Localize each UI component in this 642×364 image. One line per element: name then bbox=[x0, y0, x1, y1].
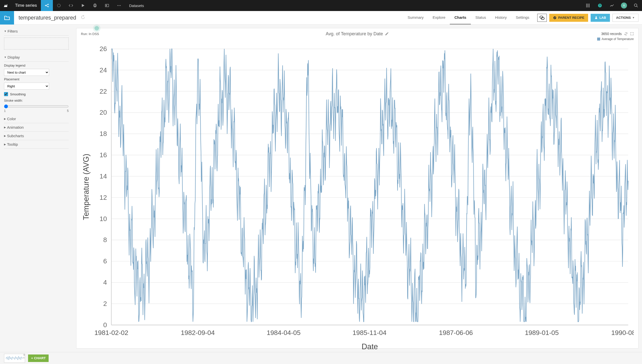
svg-text:22: 22 bbox=[99, 88, 107, 95]
svg-rect-8 bbox=[106, 5, 107, 6]
parent-recipe-button[interactable]: PARENT RECIPE bbox=[549, 14, 588, 22]
smoothing-checkbox[interactable] bbox=[4, 92, 8, 96]
svg-rect-20 bbox=[589, 7, 590, 7]
svg-text:1981-02-02: 1981-02-02 bbox=[94, 329, 128, 336]
svg-rect-14 bbox=[589, 4, 590, 5]
chart-body[interactable]: 024681012141618202224261981-02-021982-09… bbox=[81, 43, 634, 352]
tab-settings[interactable]: Settings bbox=[511, 11, 534, 25]
svg-text:24: 24 bbox=[99, 66, 107, 74]
tab-explore[interactable]: Explore bbox=[428, 11, 450, 25]
svg-text:10: 10 bbox=[99, 215, 107, 223]
svg-text:4: 4 bbox=[103, 279, 107, 286]
dataset-name[interactable]: temperatures_prepared bbox=[14, 15, 81, 21]
section-display[interactable]: ▼ Display bbox=[4, 53, 69, 62]
svg-point-3 bbox=[57, 4, 60, 7]
play-icon[interactable] bbox=[77, 0, 89, 11]
more-icon[interactable] bbox=[113, 0, 125, 11]
section-color-label: Color bbox=[7, 117, 16, 121]
svg-text:6: 6 bbox=[103, 257, 107, 265]
svg-text:1984-04-05: 1984-04-05 bbox=[267, 329, 300, 336]
search-icon[interactable] bbox=[630, 0, 642, 11]
chart-title[interactable]: Avg. of Temperature by Date bbox=[326, 31, 389, 37]
top-nav-bar: Time series Datasets ? A bbox=[0, 0, 642, 11]
svg-text:12: 12 bbox=[99, 194, 107, 201]
section-subcharts-label: Subcharts bbox=[7, 134, 24, 138]
chart-legend: Average of Temperature bbox=[81, 37, 634, 41]
add-chart-label: CHART bbox=[34, 356, 46, 360]
svg-text:2: 2 bbox=[103, 300, 107, 307]
chevron-right-icon: ▶ bbox=[4, 143, 6, 146]
copy-thumbnail-icon[interactable]: ⧉ bbox=[23, 356, 25, 359]
section-animation[interactable]: ▶ Animation bbox=[4, 123, 69, 132]
svg-rect-18 bbox=[586, 7, 587, 7]
svg-text:1989-01-05: 1989-01-05 bbox=[525, 329, 559, 336]
svg-text:?: ? bbox=[599, 4, 601, 7]
legend-entry: Average of Temperature bbox=[602, 37, 634, 41]
print-icon[interactable] bbox=[89, 0, 101, 11]
lab-button[interactable]: LAB bbox=[591, 14, 610, 22]
chevron-right-icon: ▶ bbox=[4, 126, 6, 129]
help-icon[interactable]: ? bbox=[594, 0, 606, 11]
chart-thumbnail[interactable]: 🗑 ⧉ bbox=[4, 354, 25, 363]
project-title[interactable]: Time series bbox=[11, 3, 41, 8]
breadcrumb-datasets[interactable]: Datasets bbox=[125, 4, 148, 8]
tab-status[interactable]: Status bbox=[471, 11, 491, 25]
stroke-width-label: Stroke width: bbox=[4, 99, 69, 102]
actions-label: ACTIONS bbox=[616, 16, 631, 20]
svg-text:26: 26 bbox=[99, 45, 107, 53]
expand-icon[interactable] bbox=[630, 32, 634, 36]
svg-point-23 bbox=[634, 4, 637, 7]
tab-summary[interactable]: Summary bbox=[403, 11, 428, 25]
section-tooltip-label: Tooltip bbox=[7, 142, 18, 146]
stroke-max-label: 5 bbox=[67, 109, 69, 113]
svg-text:Temperature (AVG): Temperature (AVG) bbox=[82, 154, 90, 220]
delete-thumbnail-icon[interactable]: 🗑 bbox=[23, 353, 25, 356]
circle-nodes-icon[interactable] bbox=[53, 0, 65, 11]
section-filters[interactable]: ▼ Filters bbox=[4, 27, 69, 36]
legend-swatch bbox=[597, 38, 600, 41]
code-icon[interactable] bbox=[65, 0, 77, 11]
svg-text:20: 20 bbox=[99, 109, 107, 116]
app-logo[interactable] bbox=[0, 0, 11, 11]
add-chart-button[interactable]: + CHART bbox=[28, 354, 49, 362]
svg-point-9 bbox=[117, 5, 118, 6]
dataset-folder-icon[interactable] bbox=[0, 11, 14, 25]
chart-panel: Run: In DSS Avg. of Temperature by Date … bbox=[76, 28, 638, 348]
chevron-right-icon: ▶ bbox=[4, 117, 6, 120]
display-legend-label: Display legend bbox=[4, 64, 69, 67]
svg-point-10 bbox=[119, 5, 120, 6]
tab-charts[interactable]: Charts bbox=[450, 11, 471, 25]
reload-icon[interactable] bbox=[624, 32, 628, 36]
apps-grid-icon[interactable] bbox=[582, 0, 594, 11]
svg-text:16: 16 bbox=[99, 151, 107, 159]
section-animation-label: Animation bbox=[7, 125, 24, 129]
tab-history[interactable]: History bbox=[491, 11, 511, 25]
parent-recipe-label: PARENT RECIPE bbox=[558, 16, 584, 20]
section-subcharts[interactable]: ▶ Subcharts bbox=[4, 132, 69, 140]
section-display-label: Display bbox=[8, 55, 20, 59]
svg-text:0: 0 bbox=[103, 321, 107, 329]
svg-rect-15 bbox=[586, 5, 587, 6]
refresh-icon[interactable] bbox=[81, 15, 85, 20]
filters-dropzone[interactable] bbox=[4, 38, 69, 50]
placement-select[interactable]: Right bbox=[4, 83, 49, 90]
section-tooltip[interactable]: ▶ Tooltip bbox=[4, 140, 69, 149]
section-filters-label: Filters bbox=[8, 29, 18, 33]
svg-text:8: 8 bbox=[103, 236, 107, 244]
chevron-down-icon: ▼ bbox=[4, 56, 7, 59]
discussion-button[interactable] bbox=[537, 14, 547, 22]
stroke-min-label: 1 bbox=[4, 109, 6, 113]
bottom-chart-bar: 🗑 ⧉ + CHART bbox=[0, 352, 642, 364]
display-legend-select[interactable]: Next to chart bbox=[4, 69, 49, 76]
flow-icon[interactable] bbox=[41, 0, 53, 11]
edit-icon[interactable] bbox=[385, 32, 389, 36]
svg-text:1985-11-04: 1985-11-04 bbox=[353, 329, 386, 336]
stroke-width-slider[interactable] bbox=[4, 104, 69, 108]
run-label: Run: In DSS bbox=[81, 32, 99, 36]
user-avatar[interactable]: A bbox=[618, 0, 630, 11]
section-color[interactable]: ▶ Color bbox=[4, 115, 69, 123]
dashboard-icon[interactable] bbox=[101, 0, 113, 11]
actions-button[interactable]: ACTIONS ▼ bbox=[612, 14, 638, 22]
activity-icon[interactable] bbox=[606, 0, 618, 11]
attention-indicator bbox=[94, 26, 99, 31]
